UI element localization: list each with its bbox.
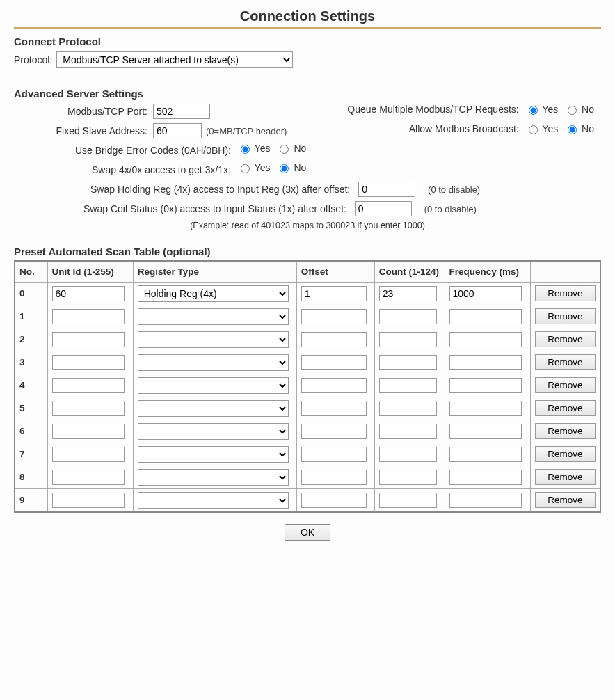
swap-yes-option[interactable]: Yes [241,162,270,173]
count-input[interactable] [379,493,437,508]
register-type-select[interactable] [138,354,289,371]
unit-id-input[interactable] [52,355,125,370]
remove-button[interactable]: Remove [535,354,596,370]
table-row: 8Remove [15,466,600,488]
unit-id-input[interactable] [52,286,125,301]
advanced-heading: Advanced Server Settings [14,88,601,100]
row-no: 2 [15,328,47,351]
broadcast-no-option[interactable]: No [568,123,594,134]
count-input[interactable] [379,309,437,324]
unit-id-input[interactable] [52,470,125,485]
offset-input[interactable] [301,493,367,508]
offset-input[interactable] [301,447,367,462]
protocol-select[interactable]: Modbus/TCP Server attached to slave(s) [56,51,293,68]
scan-table: No. Unit Id (1-255) Register Type Offset… [14,260,601,513]
row-no: 3 [15,351,47,374]
frequency-input[interactable] [449,493,522,508]
protocol-label: Protocol: [14,54,52,65]
remove-button[interactable]: Remove [535,446,596,462]
offset-input[interactable] [301,378,367,393]
swap-coil-input[interactable] [355,201,412,216]
remove-button[interactable]: Remove [535,400,596,416]
row-no: 7 [15,443,47,466]
col-freq: Frequency (ms) [445,261,530,282]
frequency-input[interactable] [449,401,522,416]
scan-table-heading: Preset Automated Scan Table (optional) [14,246,601,257]
swap-holding-hint: (0 to disable) [428,184,480,195]
count-input[interactable] [379,332,437,347]
offset-input[interactable] [301,355,367,370]
count-input[interactable] [379,470,437,485]
frequency-input[interactable] [449,309,522,324]
swap-coil-hint: (0 to disable) [424,204,477,214]
count-input[interactable] [379,401,437,416]
swap-holding-input[interactable] [358,182,415,197]
queue-no-option[interactable]: No [568,104,594,115]
frequency-input[interactable] [449,286,522,301]
frequency-input[interactable] [449,447,522,462]
offset-input[interactable] [301,286,367,301]
table-row: 1Remove [15,305,600,328]
count-input[interactable] [379,355,437,370]
bridge-no-option[interactable]: No [280,143,306,154]
offset-input[interactable] [301,401,367,416]
unit-id-input[interactable] [52,401,125,416]
remove-button[interactable]: Remove [535,331,596,347]
row-no: 4 [15,374,47,397]
count-input[interactable] [379,378,437,393]
register-type-select[interactable] [138,492,289,509]
remove-button[interactable]: Remove [535,423,596,439]
register-type-select[interactable]: Holding Reg (4x) [138,285,289,302]
unit-id-input[interactable] [52,447,125,462]
frequency-input[interactable] [449,378,522,393]
frequency-input[interactable] [449,470,522,485]
remove-button[interactable]: Remove [535,308,596,324]
bridge-error-label: Use Bridge Error Codes (0AH/0BH): [14,143,237,158]
remove-button[interactable]: Remove [535,285,596,301]
frequency-input[interactable] [449,424,522,439]
connect-protocol-heading: Connect Protocol [14,35,601,47]
offset-input[interactable] [301,332,367,347]
unit-id-input[interactable] [52,332,125,347]
swap-no-option[interactable]: No [280,162,306,173]
bridge-yes-option[interactable]: Yes [241,143,270,154]
register-type-select[interactable] [138,469,289,486]
col-count: Count (1-124) [374,261,445,282]
count-input[interactable] [379,424,437,439]
col-reg-type: Register Type [133,261,296,282]
register-type-select[interactable] [138,331,289,348]
col-unit-id: Unit Id (1-255) [47,261,133,282]
register-type-select[interactable] [138,400,289,417]
unit-id-input[interactable] [52,424,125,439]
offset-input[interactable] [301,424,367,439]
remove-button[interactable]: Remove [535,492,596,508]
count-input[interactable] [379,286,437,301]
register-type-select[interactable] [138,308,289,325]
table-row: 6Remove [15,420,600,443]
allow-broadcast-label: Allow Modbus Broadcast: [344,123,525,134]
row-no: 1 [15,305,47,328]
frequency-input[interactable] [449,332,522,347]
unit-id-input[interactable] [52,493,125,508]
fixed-slave-input[interactable] [153,123,202,138]
ok-button[interactable]: OK [285,524,330,541]
offset-input[interactable] [301,470,367,485]
modbus-tcp-port-input[interactable] [153,104,210,119]
unit-id-input[interactable] [52,309,125,324]
remove-button[interactable]: Remove [535,469,596,485]
row-no: 9 [15,488,47,512]
title-divider [14,27,601,29]
swap-coil-label: Swap Coil Status (0x) access to Input St… [83,203,346,214]
row-no: 5 [15,397,47,420]
frequency-input[interactable] [449,355,522,370]
register-type-select[interactable] [138,377,289,394]
col-offset: Offset [296,261,374,282]
unit-id-input[interactable] [52,378,125,393]
register-type-select[interactable] [138,423,289,440]
queue-yes-option[interactable]: Yes [529,104,558,115]
offset-input[interactable] [301,309,367,324]
remove-button[interactable]: Remove [535,377,596,393]
register-type-select[interactable] [138,446,289,463]
broadcast-yes-option[interactable]: Yes [529,123,558,134]
count-input[interactable] [379,447,437,462]
